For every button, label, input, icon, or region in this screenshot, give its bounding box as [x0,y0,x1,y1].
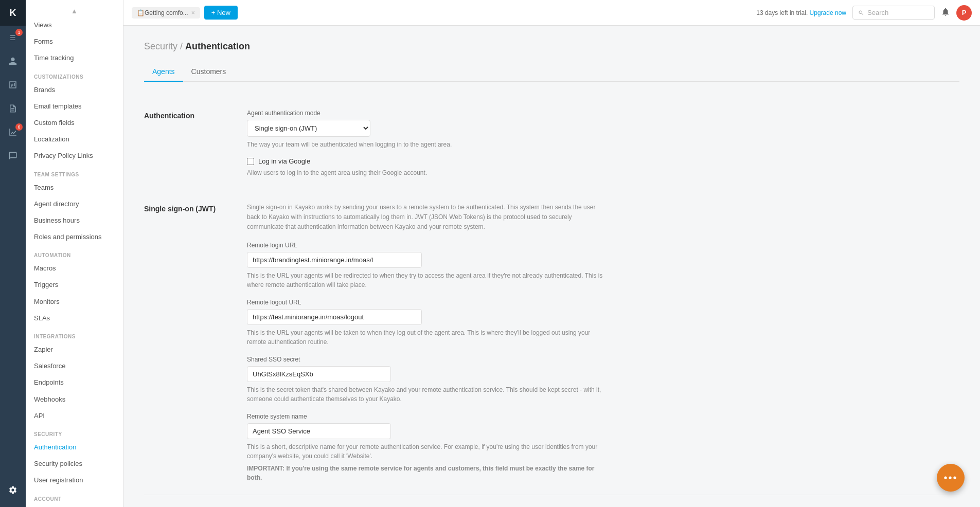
sidebar-item-localization[interactable]: Localization [26,131,123,148]
auth-mode-desc: The way your team will be authenticated … [247,140,607,149]
sidebar-item-zapier[interactable]: Zapier [26,341,123,358]
section-label-account: Account [26,489,123,504]
remote-system-name-field: Remote system name This is a short, desc… [247,413,607,482]
remote-login-url-label: Remote login URL [247,242,607,249]
section-label-integrations: Integrations [26,327,123,341]
fab-button[interactable]: ••• [937,464,965,492]
left-sidebar: ▲ Views Forms Time tracking Customizatio… [26,0,123,507]
notification-bell-icon[interactable] [941,7,950,18]
jwt-description: Single sign-on in Kayako works by sendin… [247,203,607,232]
remote-logout-url-field: Remote logout URL This is the URL your a… [247,299,607,347]
remote-system-input[interactable] [247,423,391,439]
sidebar-item-salesforce[interactable]: Salesforce [26,358,123,374]
sidebar-item-macros[interactable]: Macros [26,260,123,277]
nav-analytics[interactable]: 6 [0,120,26,144]
trial-notice: 13 days left in trial. Upgrade now [756,9,846,16]
scroll-up-btn[interactable]: ▲ [26,5,123,17]
search-placeholder: Search [867,9,888,16]
auth-section-label: Authentication [144,110,237,177]
remote-login-url-desc: This is the URL your agents will be redi… [247,271,607,289]
tab-close-btn[interactable]: × [191,9,195,16]
shared-secret-label: Shared SSO secret [247,356,607,363]
shared-secret-input[interactable] [247,366,391,382]
sidebar-item-agent-directory[interactable]: Agent directory [26,196,123,212]
sso-section-content: Single sign-on in Kayako works by sendin… [247,203,607,482]
avatar[interactable]: P [956,5,972,21]
fab-icon: ••• [943,472,957,484]
sidebar-item-time-tracking[interactable]: Time tracking [26,50,123,66]
sso-section: Single sign-on (JWT) Single sign-on in K… [144,190,959,495]
google-login-label: Log in via Google [258,157,310,165]
nav-chat[interactable] [0,144,26,168]
sidebar-item-brands[interactable]: Brands [26,82,123,98]
auth-mode-select[interactable]: Single sign-on (JWT) Standard Google SSO [247,120,370,137]
breadcrumb-prefix: Security [144,41,177,51]
sidebar-item-webhooks[interactable]: Webhooks [26,391,123,408]
sidebar-item-forms[interactable]: Forms [26,33,123,50]
sidebar-item-custom-fields[interactable]: Custom fields [26,115,123,131]
auth-mode-label: Agent authentication mode [247,110,607,117]
tab-label: Getting comfo... [145,9,188,16]
section-label-team-settings: Team Settings [26,165,123,179]
search-box[interactable]: Search [852,6,935,20]
remote-logout-url-input[interactable] [247,309,422,325]
sidebar-item-triggers[interactable]: Triggers [26,277,123,293]
shared-secret-desc: This is the secret token that's shared b… [247,385,607,404]
breadcrumb-separator: / [180,41,185,51]
google-login-desc: Allow users to log in to the agent area … [247,168,607,177]
new-button[interactable]: + New [204,6,238,20]
auth-section-content: Agent authentication mode Single sign-on… [247,110,607,177]
tab-customers[interactable]: Customers [183,62,235,82]
app-logo[interactable]: K [0,0,26,26]
remote-system-label: Remote system name [247,413,607,420]
nav-contacts[interactable] [0,49,26,73]
nav-settings[interactable] [0,478,26,502]
topbar-right: 13 days left in trial. Upgrade now Searc… [756,5,972,21]
shared-secret-field: Shared SSO secret This is the secret tok… [247,356,607,404]
search-icon [858,10,864,16]
open-tab[interactable]: 📋 Getting comfo... × [132,7,200,19]
sidebar-item-roles-permissions[interactable]: Roles and permissions [26,229,123,245]
sidebar-item-business-hours[interactable]: Business hours [26,212,123,229]
sidebar-item-security-policies[interactable]: Security policies [26,456,123,472]
sso-section-label: Single sign-on (JWT) [144,203,237,482]
section-label-customizations: Customizations [26,67,123,82]
tab-favicon: 📋 [137,9,145,16]
page-header: Security / Authentication [144,41,959,52]
sidebar-item-views[interactable]: Views [26,17,123,33]
remote-login-url-input[interactable] [247,252,422,268]
nav-reports[interactable] [0,73,26,97]
authentication-section: Authentication Agent authentication mode… [144,97,959,190]
remote-logout-url-desc: This is the URL your agents will be take… [247,328,607,347]
nav-docs[interactable] [0,97,26,120]
sidebar-item-privacy-policy[interactable]: Privacy Policy Links [26,148,123,164]
sidebar-item-slas[interactable]: SLAs [26,310,123,327]
remote-system-warning: IMPORTANT: If you're using the same remo… [247,464,607,482]
google-login-checkbox[interactable] [247,158,254,165]
sidebar-item-monitors[interactable]: Monitors [26,294,123,310]
google-login-row: Log in via Google [247,157,607,165]
topbar: 📋 Getting comfo... × + New 13 days left … [123,0,980,26]
remote-system-desc: This is a short, descriptive name for yo… [247,442,607,461]
sidebar-item-authentication[interactable]: Authentication [26,439,123,456]
icon-sidebar: K ☰ 1 6 [0,0,26,507]
remote-login-url-field: Remote login URL This is the URL your ag… [247,242,607,289]
breadcrumb-current: Authentication [185,41,250,51]
main-area: 📋 Getting comfo... × + New 13 days left … [123,0,980,507]
sidebar-item-api[interactable]: API [26,408,123,424]
upgrade-link[interactable]: Upgrade now [810,9,846,16]
section-label-security: Security [26,424,123,439]
content-area: Security / Authentication Agents Custome… [123,26,980,507]
sidebar-item-email-templates[interactable]: Email templates [26,98,123,115]
section-label-automation: Automation [26,245,123,260]
sidebar-item-user-registration[interactable]: User registration [26,472,123,488]
tab-agents[interactable]: Agents [144,62,183,82]
new-button-label: + New [211,9,230,16]
breadcrumb: Security / Authentication [144,41,250,51]
sidebar-item-teams[interactable]: Teams [26,179,123,196]
tabs-bar: Agents Customers [144,62,959,82]
sidebar-item-endpoints[interactable]: Endpoints [26,374,123,391]
nav-inbox[interactable]: ☰ 1 [0,26,26,49]
remote-logout-url-label: Remote logout URL [247,299,607,306]
sidebar-item-plan[interactable]: Plan [26,504,123,508]
